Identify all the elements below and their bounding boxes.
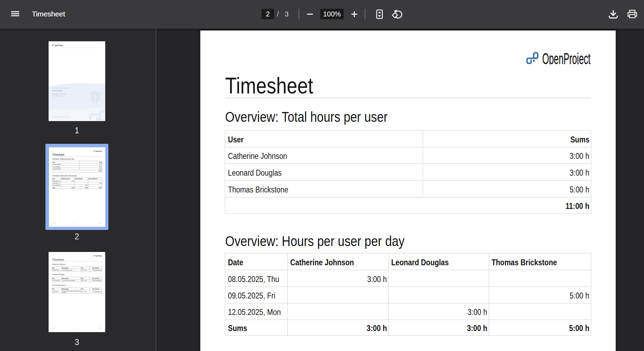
svg-text:OpenProject: OpenProject: [54, 44, 63, 47]
svg-text:Timesheet: Timesheet: [52, 90, 62, 92]
svg-text:OpenProject: OpenProject: [542, 51, 591, 64]
svg-text:OpenProject Documentation: OpenProject Documentation: [52, 87, 68, 89]
svg-text:Maya Nightingale: Maya Nightingale: [52, 95, 62, 97]
svg-text:OpenProject: OpenProject: [95, 255, 102, 257]
svg-text:08.05.2025 - 12.05.2025: 08.05.2025 - 12.05.2025: [52, 93, 66, 95]
svg-text:OpenProject: OpenProject: [95, 150, 102, 152]
svg-text:Timesheet 08.05.2025 - 12.05.2: Timesheet 08.05.2025 - 12.05.2025: [52, 117, 70, 118]
